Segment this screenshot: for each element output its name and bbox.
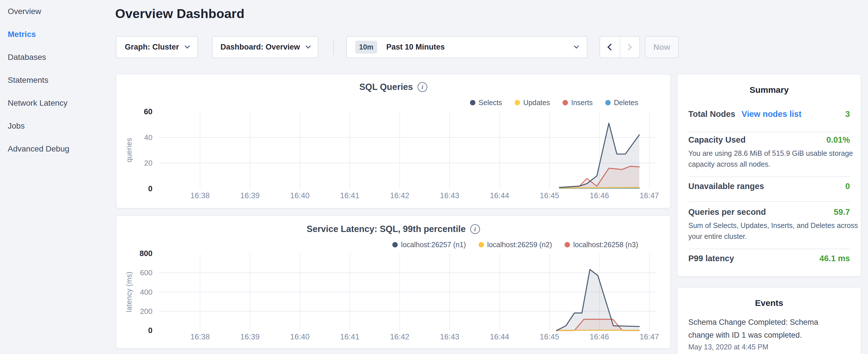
summary-row-total-nodes: Total Nodes View nodes list 3: [688, 109, 850, 119]
prev-range-button[interactable]: [600, 37, 620, 58]
summary-row-queries-per-second: Queries per second 59.7: [688, 207, 850, 217]
time-range-arrows: [599, 36, 640, 58]
x-tick-label: 16:38: [190, 191, 210, 200]
dashboard-selector-dropdown[interactable]: Dashboard: Overview: [212, 36, 318, 58]
x-tick-label: 16:38: [190, 332, 210, 341]
x-tick-label: 16:45: [540, 191, 559, 200]
summary-panel: Summary Total Nodes View nodes list 3 Ca…: [677, 74, 861, 277]
x-tick-label: 16:46: [590, 191, 609, 200]
sql-queries-chart-card: SQL Queries i SelectsUpdatesInsertsDelet…: [116, 74, 671, 208]
x-tick-label: 16:45: [540, 332, 559, 341]
y-tick-label: 400: [140, 288, 152, 296]
x-tick-label: 16:40: [290, 332, 310, 341]
sidebar: Overview Metrics Databases Statements Ne…: [0, 0, 109, 354]
summary-row-unavailable-ranges: Unavailable ranges 0: [688, 182, 850, 191]
time-window-label: Past 10 Minutes: [386, 43, 445, 52]
divider: [688, 132, 850, 132]
x-tick-label: 16:43: [440, 191, 459, 200]
summary-value: 46.1 ms: [819, 254, 850, 263]
x-tick-label: 16:44: [490, 191, 509, 200]
time-window-badge: 10m: [355, 41, 377, 54]
divider: [688, 249, 850, 249]
sidebar-item-jobs[interactable]: Jobs: [0, 115, 109, 137]
summary-label: Unavailable ranges: [688, 182, 764, 191]
x-tick-label: 16:41: [340, 332, 360, 341]
x-tick-label: 16:47: [640, 332, 659, 341]
x-tick-label: 16:40: [290, 191, 310, 200]
events-title: Events: [677, 298, 861, 308]
y-tick-label: 60: [144, 107, 152, 116]
y-tick-label: 800: [140, 249, 152, 258]
y-tick-label: 600: [140, 268, 152, 277]
sidebar-item-metrics[interactable]: Metrics: [0, 23, 109, 46]
y-tick-label: 0: [148, 185, 152, 193]
events-panel: Events Schema Change Completed: Schema c…: [677, 287, 861, 354]
y-tick-label: 20: [144, 159, 152, 167]
y-tick-label: 200: [140, 307, 152, 316]
x-tick-label: 16:46: [590, 332, 609, 341]
sql-queries-chart[interactable]: 16:3816:3916:4016:4116:4216:4316:4416:45…: [116, 74, 672, 209]
service-latency-chart[interactable]: 16:3816:3916:4016:4116:4216:4316:4416:45…: [116, 216, 672, 349]
view-nodes-list-link[interactable]: View nodes list: [742, 109, 802, 119]
summary-label: P99 latency: [688, 254, 734, 263]
summary-label: Queries per second: [688, 207, 766, 217]
service-latency-chart-card: Service Latency: SQL, 99th percentile i …: [116, 215, 671, 349]
x-tick-label: 16:39: [240, 332, 260, 341]
page-title: Overview Dashboard: [115, 6, 244, 21]
divider: [688, 201, 850, 202]
time-window-dropdown[interactable]: 10m Past 10 Minutes: [346, 36, 587, 58]
x-tick-label: 16:44: [490, 332, 509, 341]
graph-selector-dropdown[interactable]: Graph: Cluster: [116, 36, 198, 58]
summary-row-capacity-used: Capacity Used 0.01%: [688, 135, 850, 144]
dashboard-selector-label: Dashboard: Overview: [220, 43, 300, 52]
x-tick-label: 16:39: [240, 191, 260, 200]
chevron-down-icon: [574, 43, 579, 49]
summary-row-p99-latency: P99 latency 46.1 ms: [688, 254, 850, 263]
sidebar-item-advanced-debug[interactable]: Advanced Debug: [0, 137, 109, 160]
summary-value: 0: [845, 182, 850, 191]
summary-label: Total Nodes: [688, 109, 735, 119]
event-message[interactable]: Schema Change Completed: Schema change w…: [688, 316, 826, 342]
sidebar-item-network-latency[interactable]: Network Latency: [0, 92, 109, 115]
graph-selector-label: Graph: Cluster: [125, 43, 179, 52]
x-tick-label: 16:42: [390, 191, 409, 200]
x-tick-label: 16:41: [340, 191, 360, 200]
chevron-down-icon: [306, 43, 311, 49]
controls-divider: [333, 40, 334, 55]
y-tick-label: 40: [144, 133, 152, 142]
sidebar-item-statements[interactable]: Statements: [0, 69, 109, 92]
summary-value: 0.01%: [827, 135, 850, 144]
chevron-down-icon: [185, 43, 190, 49]
sidebar-item-databases[interactable]: Databases: [0, 46, 109, 69]
now-button[interactable]: Now: [645, 36, 679, 58]
x-tick-label: 16:47: [640, 191, 659, 200]
summary-description: Sum of Selects, Updates, Inserts, and De…: [688, 220, 860, 242]
summary-value: 59.7: [834, 207, 850, 217]
sidebar-item-overview[interactable]: Overview: [0, 0, 109, 23]
x-tick-label: 16:42: [390, 332, 409, 341]
chevron-left-icon: [608, 43, 614, 51]
x-tick-label: 16:43: [440, 332, 459, 341]
summary-title: Summary: [677, 85, 861, 95]
summary-description: You are using 28.6 MiB of 515.9 GiB usab…: [688, 148, 860, 169]
chevron-right-icon: [625, 43, 632, 51]
y-tick-label: 0: [148, 326, 152, 335]
event-timestamp: May 13, 2020 at 4:45 PM: [688, 343, 768, 351]
summary-label: Capacity Used: [688, 135, 746, 144]
next-range-button[interactable]: [620, 37, 640, 58]
divider: [688, 176, 850, 177]
summary-value: 3: [845, 109, 850, 119]
